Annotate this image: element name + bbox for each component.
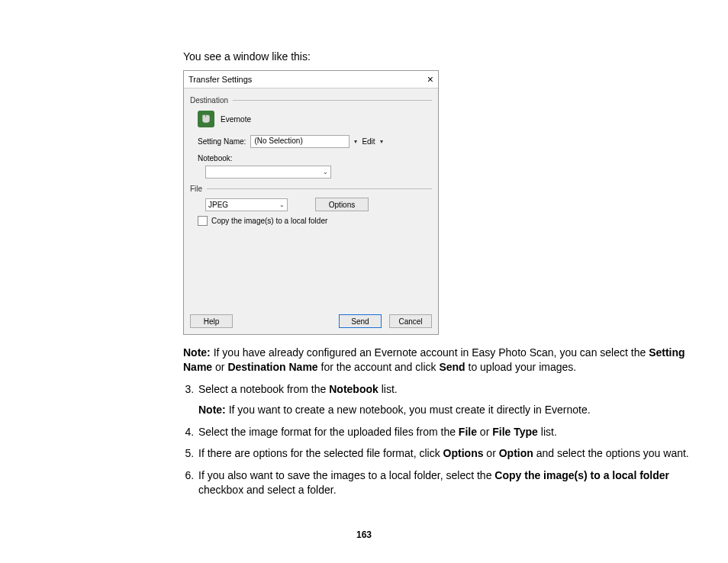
text: list. <box>378 383 398 395</box>
group-destination-legend: Destination <box>190 96 228 105</box>
text: or <box>212 361 227 373</box>
cancel-button[interactable]: Cancel <box>389 314 432 328</box>
text: If you also want to save the images to a… <box>198 469 494 481</box>
notebook-label: Notebook: <box>198 154 233 162</box>
text: and select the options you want. <box>533 447 689 459</box>
text: Notebook <box>329 383 378 395</box>
step-3: Select a notebook from the Notebook list… <box>197 382 713 417</box>
text: Copy the image(s) to a local folder <box>494 469 669 481</box>
text: Destination Name <box>227 361 317 373</box>
note-label: Note: <box>183 346 211 359</box>
steps-list: Select a notebook from the Notebook list… <box>168 382 713 497</box>
copy-local-label: Copy the image(s) to a local folder <box>211 217 327 225</box>
file-format-dropdown[interactable]: JPEG ⌄ <box>205 198 288 211</box>
options-button[interactable]: Options <box>315 198 369 211</box>
step-4: Select the image format for the uploaded… <box>197 425 713 439</box>
text: or <box>477 426 492 438</box>
text: If you have already configured an Everno… <box>211 346 649 359</box>
chevron-down-icon: ⌄ <box>323 169 328 175</box>
setting-name-label: Setting Name: <box>198 137 246 146</box>
send-button[interactable]: Send <box>339 314 382 328</box>
text: for the account and click <box>318 361 440 373</box>
text: Option <box>499 447 533 459</box>
text: File Type <box>492 426 538 438</box>
step-6: If you also want to save the images to a… <box>197 468 713 497</box>
chevron-down-icon: ⌄ <box>279 201 285 208</box>
help-button[interactable]: Help <box>190 314 233 328</box>
text: Send <box>439 361 465 373</box>
text: Options <box>443 447 484 459</box>
text: If you want to create a new notebook, yo… <box>226 404 591 416</box>
destination-service: Evernote <box>221 115 251 124</box>
text: list. <box>538 426 557 438</box>
note-paragraph: Note: If you have already configured an … <box>183 346 713 375</box>
note-label: Note: <box>198 404 226 416</box>
step-5: If there are options for the selected fi… <box>197 446 713 461</box>
close-icon[interactable]: × <box>427 73 433 85</box>
chevron-down-icon[interactable]: ▾ <box>354 138 357 145</box>
dialog-title: Transfer Settings <box>188 75 252 84</box>
setting-name-dropdown[interactable]: (No Selection) <box>250 135 350 148</box>
notebook-dropdown[interactable]: ⌄ <box>205 166 331 179</box>
intro-text: You see a window like this: <box>183 50 713 63</box>
group-file-legend: File <box>190 185 202 193</box>
text: or <box>483 447 498 459</box>
evernote-icon <box>198 111 214 127</box>
divider <box>207 188 432 189</box>
transfer-settings-dialog: Transfer Settings × Destination Evernote… <box>183 70 439 335</box>
chevron-down-icon[interactable]: ▾ <box>380 138 383 145</box>
text: checkbox and select a folder. <box>198 484 337 496</box>
text: File <box>459 426 477 438</box>
file-format-value: JPEG <box>208 201 228 209</box>
text: If there are options for the selected fi… <box>198 447 443 459</box>
text: Select the image format for the uploaded… <box>198 426 459 438</box>
text: to upload your images. <box>465 361 577 373</box>
copy-local-checkbox[interactable] <box>198 216 208 226</box>
text: Select a notebook from the <box>198 383 329 395</box>
page-number: 163 <box>0 529 728 540</box>
edit-menu[interactable]: Edit <box>362 137 375 146</box>
divider <box>233 100 432 101</box>
